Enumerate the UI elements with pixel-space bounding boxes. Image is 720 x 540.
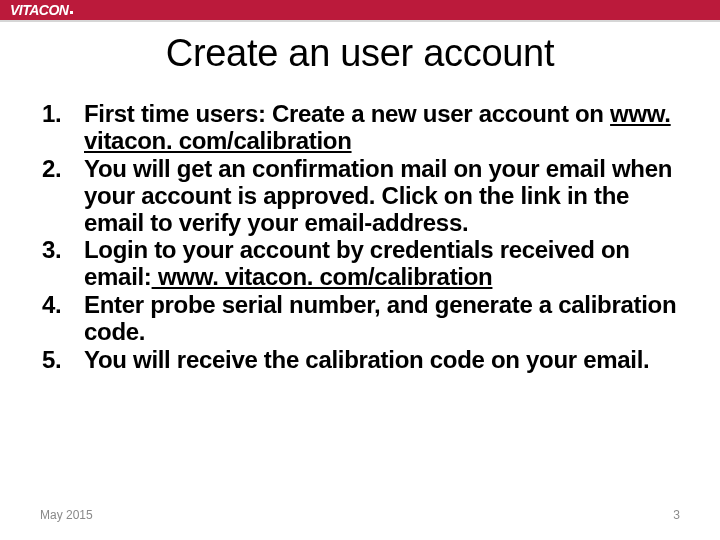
step-text: You will get an confirmation mail on you… [84,155,672,236]
brand-text: VITACON [10,2,68,18]
footer-date: May 2015 [40,508,93,522]
step-text: You will receive the calibration code on… [84,346,649,373]
steps-list: First time users: Create a new user acco… [0,101,720,374]
step-text: First time users: Create a new user acco… [84,100,610,127]
list-item: First time users: Create a new user acco… [42,101,680,155]
list-item: You will receive the calibration code on… [42,347,680,374]
header-bar: VITACON [0,0,720,22]
calibration-link[interactable]: www. vitacon. com/calibration [152,263,493,290]
footer-page-number: 3 [673,508,680,522]
list-item: You will get an confirmation mail on you… [42,156,680,237]
footer: May 2015 3 [0,508,720,522]
page-title: Create an user account [0,32,720,75]
list-item: Login to your account by credentials rec… [42,237,680,291]
brand-logo: VITACON [10,2,73,18]
brand-dot-icon [70,11,73,14]
step-text: Enter probe serial number, and generate … [84,291,676,345]
list-item: Enter probe serial number, and generate … [42,292,680,346]
